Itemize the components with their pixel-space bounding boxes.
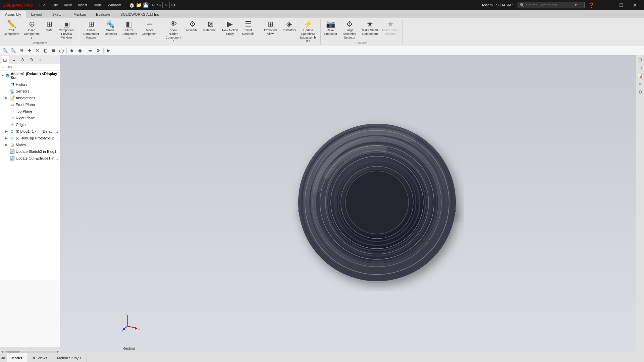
help-icon[interactable]: ❓ bbox=[589, 2, 594, 8]
tree-item-annotations[interactable]: ▶ 📝 Annotations bbox=[0, 95, 60, 101]
tree-root-assem[interactable]: ▼ ⚙ Assem1 (Default) <Display Sta bbox=[0, 71, 60, 81]
edit-component-button[interactable]: ✏️ EditComponent bbox=[2, 19, 21, 37]
toolbar-icon-5[interactable]: ✕ bbox=[34, 47, 41, 54]
tab-assembly[interactable]: Assembly bbox=[0, 11, 26, 18]
tree-item-update-cut[interactable]: 🔄 Update Cut-Extrude1 in Blo... bbox=[0, 155, 60, 162]
reference-button[interactable]: ⊠ Referenc... bbox=[202, 19, 220, 33]
search-dropdown-icon[interactable]: ▼ bbox=[574, 3, 577, 7]
exploded-view-button[interactable]: ⊞ Exploded View bbox=[260, 19, 280, 37]
sidebar-tab-config[interactable]: ⊙ bbox=[18, 56, 27, 64]
tab-motion-study[interactable]: Motion Study 1 bbox=[52, 353, 87, 362]
scroll-left-icon[interactable]: ◀ bbox=[1, 350, 3, 353]
mate-button[interactable]: ⊞ Mate bbox=[43, 19, 56, 33]
smart-fasteners-button[interactable]: 🔩 SmartFasteners bbox=[102, 19, 119, 37]
tab-markup[interactable]: Markup bbox=[68, 11, 91, 18]
save-icon[interactable]: 💾 bbox=[143, 2, 149, 8]
tab-layout[interactable]: Layout bbox=[26, 11, 47, 18]
right-panel-icon-1[interactable]: ⊞ bbox=[637, 56, 644, 63]
instant3d-button[interactable]: ◈ Instant3D bbox=[281, 19, 298, 33]
tab-3d-views[interactable]: 3D Views bbox=[27, 353, 52, 362]
undo-icon[interactable]: ↩ bbox=[152, 2, 156, 8]
scroll-track[interactable] bbox=[3, 351, 57, 353]
redo-icon[interactable]: ↪ bbox=[157, 2, 161, 8]
sidebar-expand-icon[interactable]: › bbox=[51, 56, 59, 64]
menu-file[interactable]: File bbox=[37, 2, 48, 8]
sidebar-tab-appearance[interactable]: ○ bbox=[36, 56, 44, 64]
viewport[interactable]: Y X Z Resting bbox=[60, 55, 636, 353]
linear-pattern-button[interactable]: ⊞ Linear ComponentPattern bbox=[81, 19, 101, 40]
select-icon[interactable]: ↖ bbox=[164, 2, 168, 8]
new-motion-study-button[interactable]: ▶ New MotionStudy bbox=[220, 19, 240, 37]
update-speedpak-button[interactable]: ⚡ Update SpeedPakSubassemblies bbox=[298, 19, 318, 44]
menu-insert[interactable]: Insert bbox=[75, 2, 90, 8]
sidebar-resize-handle[interactable] bbox=[0, 347, 60, 350]
toolbar-icon-6[interactable]: ◧ bbox=[42, 47, 49, 54]
menu-window[interactable]: Window bbox=[105, 2, 123, 8]
tree-item-origin[interactable]: ✛ Origin bbox=[0, 121, 60, 128]
toolbar-icon-3[interactable]: ⊞ bbox=[17, 47, 25, 54]
make-smart-button[interactable]: ★ Make SmartComponent bbox=[360, 19, 380, 37]
separator3 bbox=[169, 2, 170, 8]
toolbar-icon-8[interactable]: ◯ bbox=[58, 47, 65, 54]
scroll-thumb[interactable] bbox=[6, 351, 20, 353]
tab-evaluate[interactable]: Evaluate bbox=[91, 11, 115, 18]
right-panel-icon-4[interactable]: ≡ bbox=[637, 80, 644, 87]
tab-model[interactable]: Model bbox=[7, 353, 27, 362]
tab-scroll-left[interactable]: ◀ bbox=[1, 356, 3, 360]
right-panel-icon-5[interactable]: ⚙ bbox=[637, 88, 644, 95]
toolbar-icon-4[interactable]: ✚ bbox=[25, 47, 33, 54]
insert-components-button[interactable]: ⊕ InsertComponents bbox=[22, 19, 42, 40]
toolbar-icon-12[interactable]: ⚙ bbox=[95, 47, 102, 54]
open-icon[interactable]: 📁 bbox=[136, 2, 142, 8]
tab-addins[interactable]: SOLIDWORKS Add-Ins bbox=[115, 11, 164, 18]
menu-view[interactable]: View bbox=[61, 2, 74, 8]
toolbar-icon-1[interactable]: 🔍 bbox=[1, 47, 9, 54]
menu-edit[interactable]: Edit bbox=[49, 2, 60, 8]
search-box[interactable]: 🔍 ▼ bbox=[518, 2, 585, 8]
toolbar-icon-10[interactable]: ◉ bbox=[76, 47, 84, 54]
take-snapshot-button[interactable]: 📷 TakeSnapshot bbox=[323, 19, 339, 37]
tree-item-right-plane[interactable]: ▭ Right Plane bbox=[0, 115, 60, 121]
tree-item-hubcap[interactable]: ▶ ⚙ (-) HubCap Prototype Bear | bbox=[0, 135, 60, 141]
insert-smart-button[interactable]: ★ Insert SmartFeatures bbox=[380, 19, 400, 37]
tree-item-front-plane[interactable]: ▭ Front Plane bbox=[0, 101, 60, 108]
sidebar-tab-feature-tree[interactable]: ⊞ bbox=[1, 56, 9, 64]
tree-item-mates[interactable]: ▶ ⊞ Mates bbox=[0, 141, 60, 148]
tree-item-top-plane[interactable]: ▭ Top Plane bbox=[0, 108, 60, 115]
sidebar-tab-properties[interactable]: ≡ bbox=[9, 56, 18, 64]
tree-item-history[interactable]: ⏱ History bbox=[0, 81, 60, 88]
gear-icon[interactable]: ⚙ bbox=[171, 2, 175, 8]
tab-sketch[interactable]: Sketch bbox=[47, 11, 69, 18]
sidebar-horizontal-scrollbar[interactable]: ◀ ▶ bbox=[0, 350, 60, 353]
toolbar-icon-11[interactable]: ☰ bbox=[87, 47, 94, 54]
toolbar-icon-7[interactable]: ◼ bbox=[50, 47, 57, 54]
bill-of-materials-button[interactable]: ☰ Bill ofMaterials bbox=[240, 19, 256, 37]
tree-item-update-sketch[interactable]: 🔄 Update Sketch3 in Blog1 bbox=[0, 148, 60, 155]
toolbar-icon-9[interactable]: ◆ bbox=[68, 47, 75, 54]
tree-item-sensors[interactable]: 📡 Sensors bbox=[0, 88, 60, 95]
right-panel-icon-2[interactable]: ⊙ bbox=[637, 64, 644, 71]
smart-fasteners-label: SmartFasteners bbox=[104, 28, 117, 36]
svg-line-22 bbox=[127, 326, 136, 328]
close-button[interactable]: ✕ bbox=[628, 0, 641, 10]
search-input[interactable] bbox=[526, 3, 573, 7]
large-assembly-button[interactable]: ⚙ Large AssemblySettings bbox=[339, 19, 360, 40]
scroll-right-icon[interactable]: ▶ bbox=[57, 350, 59, 353]
tab-scroll-right[interactable]: ▶ bbox=[3, 356, 6, 360]
home-icon[interactable]: 🏠 bbox=[129, 2, 135, 8]
separator2 bbox=[162, 2, 163, 8]
tree-item-blog1[interactable]: ▶ ⚙ (f) Blog1<1> -> (Default) ... bbox=[0, 128, 60, 135]
show-hidden-button[interactable]: 👁 Show HiddenComponents bbox=[163, 19, 183, 44]
toolbar-icon-13[interactable]: ▶ bbox=[105, 47, 112, 54]
assembly-button[interactable]: ⚙ Assemb... bbox=[184, 19, 201, 33]
right-panel-icon-3[interactable]: 📊 bbox=[637, 72, 644, 79]
maximize-button[interactable]: □ bbox=[614, 0, 628, 10]
menu-tools[interactable]: Tools bbox=[90, 2, 104, 8]
toolbar-icon-2[interactable]: 🔍 bbox=[9, 47, 17, 54]
component-preview-button[interactable]: ▣ ComponentPreview Window bbox=[57, 19, 77, 40]
sidebar-filter-input[interactable] bbox=[5, 65, 59, 69]
mirror-button[interactable]: ◧ MirrorComponents bbox=[119, 19, 140, 40]
sidebar-tab-display[interactable]: ⊕ bbox=[27, 56, 36, 64]
minimize-button[interactable]: ─ bbox=[601, 0, 614, 10]
move-component-button[interactable]: ↔ MoveComponent bbox=[140, 19, 159, 37]
